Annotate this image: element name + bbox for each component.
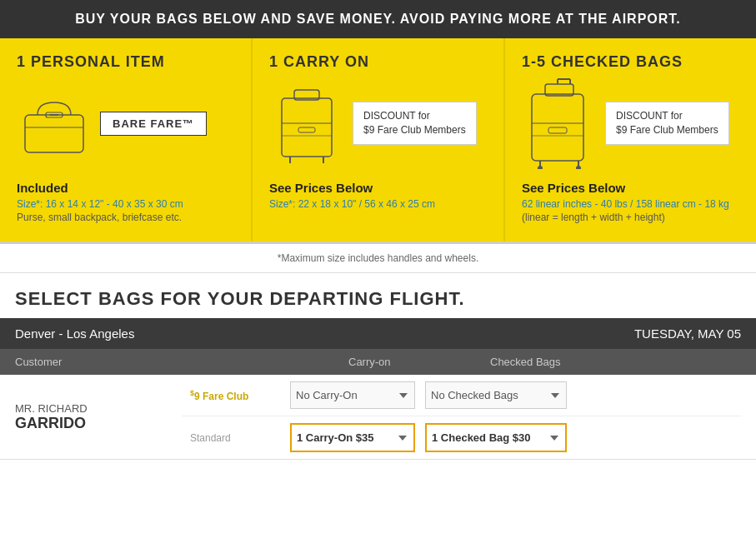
- fare-row: $9 Fare Club No Carry-On1 Carry-On $35 N…: [182, 375, 741, 416]
- checked-col: 1-5 CHECKED BAGS DISCOUNT for $9 Fare Cl…: [505, 38, 756, 242]
- carryon-title: 1 CARRY ON: [269, 53, 369, 71]
- carryon-bag-info: See Prices Below Size*: 22 x 18 x 10" / …: [269, 169, 435, 217]
- checked-discount-line1: DISCOUNT for: [616, 110, 683, 122]
- svg-rect-15: [548, 127, 567, 133]
- personal-info-size: Size*: 16 x 14 x 12" - 40 x 35 x 30 cm: [17, 198, 183, 210]
- carryon-info-title: See Prices Below: [269, 181, 435, 195]
- personal-bag-icon: [17, 90, 92, 157]
- passenger-last-name: GARRIDO: [15, 415, 182, 432]
- checked-bag-info: See Prices Below 62 linear inches - 40 l…: [522, 169, 729, 230]
- carryon-discount-box: DISCOUNT for $9 Fare Club Members: [353, 102, 477, 145]
- carryon-dropdown-wrap: No Carry-On1 Carry-On $35: [290, 423, 415, 452]
- personal-item-illustration: BARE FARE™: [17, 77, 234, 169]
- checked-discount-line2: $9 Fare Club Members: [616, 124, 718, 136]
- flight-header: Denver - Los Angeles TUESDAY, MAY 05: [0, 318, 756, 349]
- carryon-select[interactable]: No Carry-On1 Carry-On $35: [290, 381, 415, 409]
- personal-item-title: 1 PERSONAL ITEM: [17, 53, 165, 71]
- carryon-discount-line2: $9 Fare Club Members: [363, 124, 466, 136]
- svg-rect-0: [25, 115, 83, 152]
- carryon-info-size: Size*: 22 x 18 x 10" / 56 x 46 x 25 cm: [269, 198, 435, 210]
- bare-fare-badge: BARE FARE™: [100, 112, 207, 136]
- carryon-illustration: DISCOUNT for $9 Fare Club Members: [269, 77, 487, 169]
- personal-item-col: 1 PERSONAL ITEM BARE FARE™ Included Size…: [0, 38, 253, 242]
- fare-options-col: $9 Fare Club No Carry-On1 Carry-On $35 N…: [182, 375, 741, 459]
- flight-date: TUESDAY, MAY 05: [634, 326, 741, 341]
- personal-bag-info: Included Size*: 16 x 14 x 12" - 40 x 35 …: [17, 169, 183, 230]
- fare-label-standard: Standard: [182, 432, 290, 444]
- checked-info-title: See Prices Below: [522, 181, 729, 195]
- fare-row: Standard No Carry-On1 Carry-On $35 No Ch…: [182, 416, 741, 459]
- top-banner: BUY YOUR BAGS BELOW AND SAVE MONEY. AVOI…: [0, 0, 756, 38]
- checked-dropdown-wrap: No Checked Bags1 Checked Bag $302 Checke…: [425, 423, 567, 452]
- personal-info-text: Purse, small backpack, briefcase etc.: [17, 212, 183, 223]
- checked-title: 1-5 CHECKED BAGS: [522, 53, 683, 71]
- carryon-dropdown-wrap: No Carry-On1 Carry-On $35: [290, 381, 415, 409]
- checked-info-text: (linear = length + width + height): [522, 212, 729, 223]
- checked-discount-box: DISCOUNT for $9 Fare Club Members: [605, 102, 729, 145]
- checked-info-size: 62 linear inches - 40 lbs / 158 linear c…: [522, 198, 729, 210]
- passenger-title: MR. RICHARD: [15, 402, 182, 415]
- carryon-select[interactable]: No Carry-On1 Carry-On $35: [290, 423, 415, 452]
- note-text: *Maximum size includes handles and wheel…: [278, 252, 478, 264]
- carryon-discount-line1: DISCOUNT for: [363, 110, 430, 122]
- checked-illustration: DISCOUNT for $9 Fare Club Members: [522, 77, 739, 169]
- svg-point-17: [538, 166, 543, 169]
- svg-rect-8: [298, 127, 315, 132]
- checked-select[interactable]: No Checked Bags1 Checked Bag $25: [425, 381, 567, 409]
- passenger-name-col: MR. RICHARD GARRIDO: [15, 375, 182, 459]
- col-header-checked: Checked Bags: [490, 356, 657, 368]
- carryon-bag-icon: [269, 82, 344, 165]
- svg-point-19: [576, 166, 581, 169]
- passenger-row: MR. RICHARD GARRIDO $9 Fare Club No Carr…: [0, 375, 756, 460]
- bag-info-section: 1 PERSONAL ITEM BARE FARE™ Included Size…: [0, 38, 756, 244]
- col-header-customer: Customer: [15, 356, 348, 368]
- checked-dropdown-wrap: No Checked Bags1 Checked Bag $25: [425, 381, 567, 409]
- checked-select[interactable]: No Checked Bags1 Checked Bag $302 Checke…: [425, 423, 567, 452]
- banner-text: BUY YOUR BAGS BELOW AND SAVE MONEY. AVOI…: [75, 12, 681, 26]
- flight-route: Denver - Los Angeles: [15, 326, 134, 341]
- passengers-container: MR. RICHARD GARRIDO $9 Fare Club No Carr…: [0, 375, 756, 460]
- personal-info-title: Included: [17, 181, 183, 195]
- checked-bag-icon: [522, 77, 597, 169]
- fare-label-club: $9 Fare Club: [182, 389, 290, 402]
- column-headers: Customer Carry-on Checked Bags: [0, 349, 756, 375]
- col-header-carryon: Carry-on: [348, 356, 490, 368]
- note-row: *Maximum size includes handles and wheel…: [0, 244, 756, 273]
- select-bags-heading: SELECT BAGS FOR YOUR DEPARTING FLIGHT.: [0, 273, 756, 318]
- carryon-col: 1 CARRY ON DISCOUNT for $9 Fare Club Mem…: [253, 38, 505, 242]
